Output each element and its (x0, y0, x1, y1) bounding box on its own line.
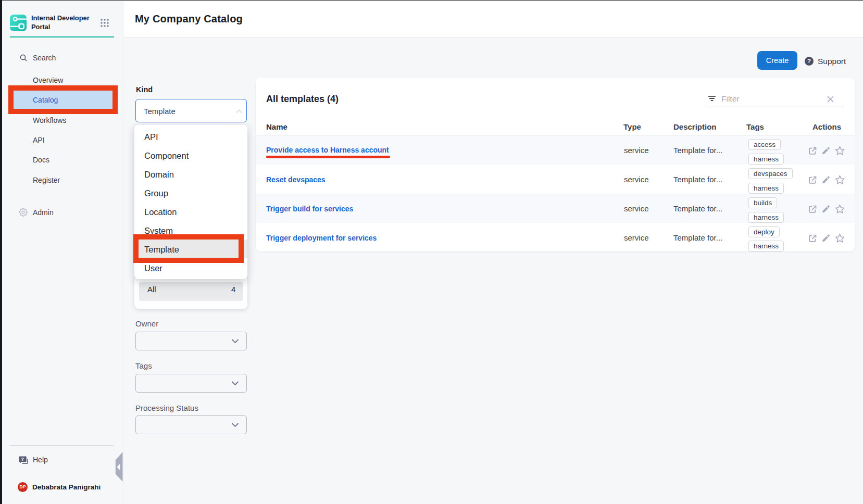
svg-text:?: ? (21, 457, 24, 462)
